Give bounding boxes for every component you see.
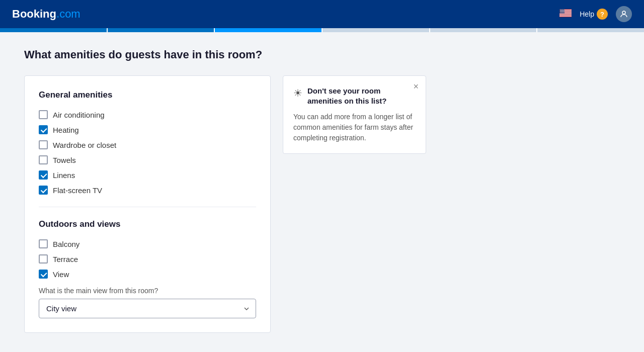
general-amenities-title: General amenities xyxy=(39,90,256,100)
info-card-header: ☀ Don't see your room amenities on this … xyxy=(293,86,416,106)
general-amenities-list: Air conditioning Heating Wardrobe or clo… xyxy=(39,110,256,195)
checkbox-label-wardrobe: Wardrobe or closet xyxy=(53,141,116,149)
svg-point-31 xyxy=(560,13,561,13)
progress-segment-2 xyxy=(108,28,214,32)
svg-point-14 xyxy=(561,10,562,11)
progress-segment-4 xyxy=(323,28,429,32)
svg-point-34 xyxy=(564,13,564,13)
help-button[interactable]: Help ? xyxy=(580,9,608,20)
svg-point-20 xyxy=(563,11,564,11)
svg-point-13 xyxy=(560,10,561,11)
checkbox-air-conditioning[interactable]: Air conditioning xyxy=(39,110,256,119)
checkbox-box-terrace xyxy=(39,254,48,263)
svg-point-30 xyxy=(564,12,565,12)
svg-point-29 xyxy=(563,12,564,12)
progress-bar xyxy=(0,28,644,32)
checkbox-label-air-conditioning: Air conditioning xyxy=(53,111,105,119)
svg-point-28 xyxy=(562,12,562,12)
svg-point-21 xyxy=(564,11,565,11)
header-right: Help ? xyxy=(559,6,632,22)
language-flag-icon[interactable] xyxy=(559,9,572,19)
svg-point-15 xyxy=(562,10,563,11)
svg-point-18 xyxy=(561,11,561,11)
progress-segment-5 xyxy=(430,28,537,32)
svg-point-32 xyxy=(561,13,562,13)
svg-point-10 xyxy=(562,10,562,10)
svg-point-19 xyxy=(562,11,562,11)
logo-com: com xyxy=(59,8,80,21)
logo-booking: Booking xyxy=(12,8,56,21)
svg-point-35 xyxy=(622,11,625,14)
checkbox-linens[interactable]: Linens xyxy=(39,170,256,180)
checkbox-label-balcony: Balcony xyxy=(53,240,79,248)
checkbox-towels[interactable]: Towels xyxy=(39,155,256,164)
info-card-title: Don't see your room amenities on this li… xyxy=(307,86,416,106)
svg-point-22 xyxy=(560,11,561,12)
amenities-card: General amenities Air conditioning Heati… xyxy=(24,75,271,333)
svg-point-33 xyxy=(562,13,563,13)
checkbox-label-linens: Linens xyxy=(53,171,75,180)
svg-rect-5 xyxy=(559,15,572,15)
main-content: What amenities do guests have in this ro… xyxy=(0,32,483,349)
view-select[interactable]: City view Garden view Sea view Mountain … xyxy=(39,299,256,318)
checkbox-box-balcony xyxy=(39,239,48,248)
checkbox-label-view: View xyxy=(53,270,69,279)
site-logo: Booking.com xyxy=(12,8,80,21)
content-row: General amenities Air conditioning Heati… xyxy=(24,75,459,333)
info-card-close-button[interactable]: × xyxy=(413,82,419,91)
svg-point-16 xyxy=(564,10,564,11)
svg-point-8 xyxy=(560,10,560,10)
info-card: ☀ Don't see your room amenities on this … xyxy=(283,75,426,154)
svg-rect-6 xyxy=(559,16,572,17)
checkbox-label-towels: Towels xyxy=(53,156,76,164)
checkbox-view[interactable]: View xyxy=(39,270,256,279)
svg-point-24 xyxy=(562,11,563,12)
checkbox-box-linens xyxy=(39,170,48,180)
svg-point-27 xyxy=(561,12,561,12)
svg-rect-4 xyxy=(559,14,572,14)
svg-point-25 xyxy=(564,11,564,12)
sun-icon: ☀ xyxy=(293,87,302,99)
section-divider xyxy=(39,207,256,207)
svg-point-11 xyxy=(563,10,564,10)
checkbox-box-flatscreen-tv xyxy=(39,186,48,195)
general-amenities-section: General amenities Air conditioning Heati… xyxy=(39,90,256,195)
svg-point-12 xyxy=(564,10,565,10)
progress-segment-6 xyxy=(537,28,644,32)
checkbox-label-flatscreen-tv: Flat-screen TV xyxy=(53,186,102,195)
svg-point-17 xyxy=(560,11,560,11)
checkbox-box-view xyxy=(39,270,48,279)
checkbox-box-wardrobe xyxy=(39,140,48,149)
help-label: Help xyxy=(580,10,594,18)
checkbox-balcony[interactable]: Balcony xyxy=(39,239,256,248)
outdoors-views-section: Outdoors and views Balcony Terrace xyxy=(39,219,256,318)
user-avatar[interactable] xyxy=(616,6,632,22)
checkbox-heating[interactable]: Heating xyxy=(39,125,256,134)
svg-point-26 xyxy=(560,12,560,12)
checkbox-box-towels xyxy=(39,155,48,164)
svg-point-23 xyxy=(561,11,562,12)
info-card-body: You can add more from a longer list of c… xyxy=(293,112,416,143)
checkbox-terrace[interactable]: Terrace xyxy=(39,254,256,263)
site-header: Booking.com xyxy=(0,0,644,28)
outdoors-views-list: Balcony Terrace View xyxy=(39,239,256,279)
outdoors-views-title: Outdoors and views xyxy=(39,219,256,229)
checkbox-wardrobe[interactable]: Wardrobe or closet xyxy=(39,140,256,149)
progress-segment-1 xyxy=(0,28,107,32)
checkbox-label-terrace: Terrace xyxy=(53,255,78,263)
view-question: What is the main view from this room? xyxy=(39,287,256,295)
checkbox-box-heating xyxy=(39,125,48,134)
checkbox-label-heating: Heating xyxy=(53,126,79,134)
checkbox-flatscreen-tv[interactable]: Flat-screen TV xyxy=(39,186,256,195)
checkbox-box-air-conditioning xyxy=(39,110,48,119)
page-title: What amenities do guests have in this ro… xyxy=(24,48,459,61)
help-icon: ? xyxy=(597,9,608,20)
progress-segment-3 xyxy=(215,28,321,32)
svg-point-9 xyxy=(561,10,561,10)
